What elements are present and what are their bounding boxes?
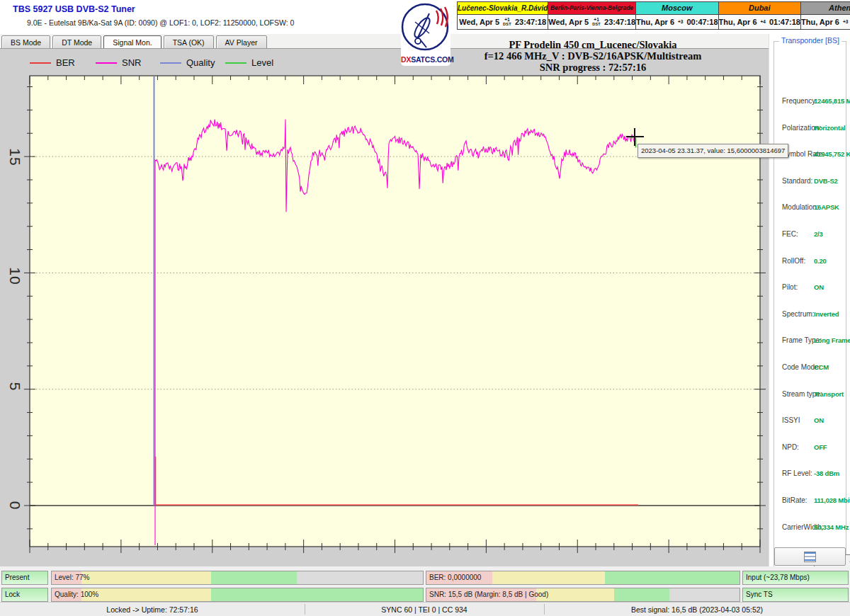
tp-row-label: ISSYI [782,416,800,424]
clock-city: Athens [801,2,850,15]
bar-quality: Quality: 100% [51,588,424,602]
y-axis-label-10: 10 [3,264,27,288]
clock-time-value: 01:47:18 [769,18,800,26]
tp-row-label: Spectrum: [782,310,815,318]
bar-segment [211,571,297,584]
clock-city: Moscow [636,2,718,15]
present-indicator: Present [1,571,48,585]
clock-city: Dubai [719,2,800,15]
tp-row-value: 2/3 [814,230,823,238]
transponder-groupbox: Transponder [BS] Frequency:12465,815 MHz… [774,41,846,574]
tuner-window: TBS 5927 USB DVB-S2 Tuner 9.0E - Eutelsa… [0,0,850,616]
tp-row-label: Pilot: [782,283,798,291]
clock-date: Thu, Apr 6 [719,18,757,26]
bar-label: BER: 0,0000000 [429,571,481,584]
clock-athens: AthensThu, Apr 6+300:47:18 [800,2,850,29]
tp-row-value: -38 dBm [814,469,839,477]
clock-time: Thu, Apr 6+401:47:18 [719,15,800,29]
clock-tz: +3 [843,20,848,25]
clock-time-value: 23:47:18 [515,18,546,26]
clock-date: Thu, Apr 6 [801,18,839,26]
clock-time: Wed, Apr 5+1DST23:47:18 [458,15,548,29]
tp-row-value: 0.20 [814,257,827,265]
status-bar: Locked -> Uptime: 72:57:16 SYNC 60 | TEI… [0,602,850,616]
tp-row-label: RollOff: [782,257,805,265]
tp-row-value: CCM [814,363,829,371]
bar-segment [81,588,211,601]
tp-row-value: 41945,752 KS/s [814,150,850,158]
clock-dst: DST [503,23,511,27]
bar-snr: SNR: 15,5 dB (Margin: 8,5 dB | Good) [426,588,740,602]
tp-row-value: Inverted [814,310,839,318]
clock-date: Wed, Apr 5 [548,18,589,26]
clock-moscow: MoscowThu, Apr 6+300:47:18 [635,2,718,29]
clock-tz: +3 [678,20,683,25]
bar-segment [492,571,605,584]
transponder-title: Transponder [BS] [779,36,842,45]
signal-chart[interactable] [0,50,769,566]
clock-lu-enec-slovakia-r-d-vid: Lučenec-Slovakia_R.DávidWed, Apr 5+1DST2… [458,2,548,29]
tp-row-value: 50,334 MHz [814,523,849,531]
chart-title: PF Prodelin 450 cm_Lucenec/Slovakia f=12… [434,39,752,73]
clock-utc-offset: +3 [678,20,683,25]
bar-label: Quality: 100% [55,588,98,601]
chart-tooltip: 2023-04-05 23.31.37, value: 15,600000381… [638,144,788,158]
app-title: TBS 5927 USB DVB-S2 Tuner [13,4,135,14]
list-icon [804,552,816,562]
tp-row-label: Frequency: [782,97,817,105]
tp-row-label: Modulation: [782,203,819,211]
clock-tz: +4 [761,20,766,25]
clock-date: Wed, Apr 5 [459,18,499,26]
clock-date: Thu, Apr 6 [636,18,674,26]
clock-tz: +1DST [503,18,511,26]
clock-time: Thu, Apr 6+300:47:18 [636,15,718,29]
tuner-subtitle: 9.0E - Eutelsat 9B/Ka-Sat 9A (ID: 0090) … [27,18,294,27]
tp-row-value: OFF [814,443,827,451]
clock-dubai: DubaiThu, Apr 6+401:47:18 [718,2,800,29]
tp-row-label: NPD: [782,443,799,451]
tp-row-value: ON [814,416,824,424]
tp-row-value: DVB-S2 [814,177,838,185]
clock-city: Berlin-Paris-Vienna-Belgrade [548,2,635,15]
y-axis-label-0: 0 [3,494,27,518]
stream-list-button[interactable] [774,547,846,566]
bar-segment [211,588,423,601]
satellite-dish-icon [401,1,450,55]
clock-berlin-paris-vienna-belgrade: Berlin-Paris-Vienna-BelgradeWed, Apr 5+1… [548,2,635,29]
clock-dst: DST [592,23,601,27]
sync-ts-indicator: Sync TS [742,588,849,602]
bar-label: Level: 77% [55,571,89,584]
tp-row-value: Horizontal [814,124,845,132]
y-axis-label-15: 15 [3,145,27,169]
status-sync: SYNC 60 | TEI 0 | CC 934 [305,603,544,616]
bar-level: Level: 77% [51,571,424,585]
tp-row-label: BitRate: [782,496,808,504]
tp-row-label: Standard: [782,177,812,185]
bar-segment [614,588,669,601]
bar-segment [81,571,211,584]
bar-label: SNR: 15,5 dB (Margin: 8,5 dB | Good) [429,588,548,601]
clock-time: Thu, Apr 6+300:47:18 [801,15,850,29]
chart-title-line1: PF Prodelin 450 cm_Lucenec/Slovakia [434,39,752,50]
logo-text: DXSATCS.COM [401,55,450,64]
clock-time-value: 00:47:18 [686,18,718,26]
tp-row-value: 16APSK [814,203,839,211]
clock-time: Wed, Apr 5+1DST23:47:18 [548,15,635,29]
tp-row-label: FEC: [782,230,798,238]
clock-time-value: 23:47:18 [604,18,635,26]
clock-utc-offset: +3 [843,20,848,25]
tp-row-label: RF Level: [782,469,812,477]
chart-title-line3: SNR progress : 72:57:16 [434,62,752,73]
transponder-panel: Transponder [BS] Frequency:12465,815 MHz… [769,34,850,566]
dxsatcs-logo: DXSATCS.COM [401,1,450,66]
tp-row-value: Transport [814,390,844,398]
clock-city: Lučenec-Slovakia_R.Dávid [458,2,548,15]
world-clocks: Lučenec-Slovakia_R.DávidWed, Apr 5+1DST2… [457,1,850,30]
tp-row-value: ON [814,283,824,291]
tp-row-value: Long Frame [814,336,850,344]
chart-title-line2: f=12 466 MHz_V : DVB-S2/16APSK/Multistre… [434,50,752,62]
y-axis-label-5: 5 [3,375,27,399]
clock-utc-offset: +4 [761,20,766,25]
tp-row-value: 111,028 Mbit/s [814,496,850,504]
bar-ber: BER: 0,0000000 [426,571,740,585]
